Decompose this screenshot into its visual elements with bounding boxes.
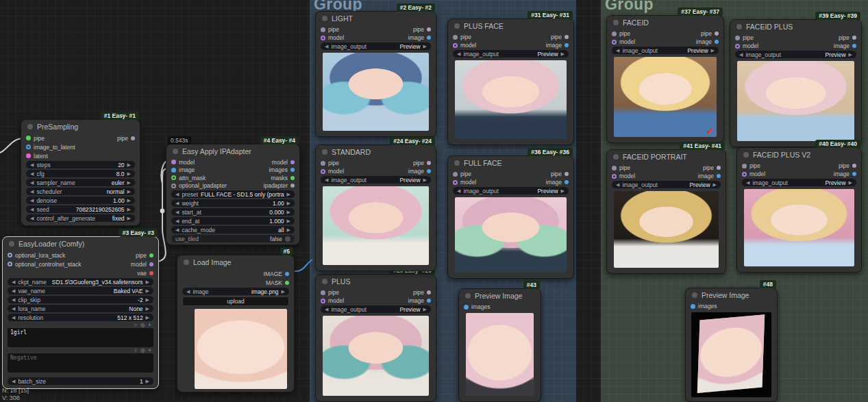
widget-cfg[interactable]: ◀cfg8.0▶	[26, 170, 135, 177]
pipe-output-port[interactable]	[715, 32, 719, 36]
widget-image-output[interactable]: ◀image_outputPreview▶	[321, 176, 431, 184]
collapse-dot[interactable]	[692, 292, 697, 298]
node-header[interactable]: Preview Image	[686, 288, 777, 302]
collapse-dot[interactable]	[184, 260, 189, 265]
increment-arrow[interactable]: ▶	[146, 314, 149, 321]
node-load-image[interactable]: #5 Load Image IMAGE MASK ◀imageimage.png…	[177, 255, 295, 392]
pipe-input-port[interactable]	[453, 172, 458, 177]
collapse-dot[interactable]	[736, 24, 742, 29]
node-easyloader[interactable]: #3 Easy- #3 EasyLoader (Comfy) optional_…	[2, 236, 159, 389]
model-input-port[interactable]	[321, 299, 325, 303]
node-header[interactable]: PreSampling	[21, 120, 140, 134]
decrement-arrow[interactable]: ◀	[12, 314, 15, 321]
widget-preset[interactable]: ◀presetFULL FACE - SD1.5 only (portraits…	[171, 190, 295, 198]
widget-image-output[interactable]: ◀image_outputPreview▶	[735, 51, 856, 58]
model-input-port[interactable]	[735, 44, 740, 49]
node-header[interactable]: FULL FACE	[448, 156, 573, 170]
decrement-arrow[interactable]: ◀	[30, 214, 34, 222]
node-header[interactable]: FACEID PORTRAIT	[607, 150, 726, 164]
decrement-arrow[interactable]: ◀	[739, 51, 743, 58]
widget-image-output[interactable]: ◀image_outputPreview▶	[742, 179, 856, 186]
increment-arrow[interactable]: ▶	[423, 42, 427, 50]
collapse-dot[interactable]	[322, 279, 327, 284]
images-input-port[interactable]	[464, 305, 469, 310]
widget-ckpt-name[interactable]: ◀ckpt_nameSD1.5\3Guofeng3_v34.safetensor…	[8, 278, 153, 286]
pipe-input-port[interactable]	[321, 27, 325, 32]
increment-arrow[interactable]: ▶	[127, 170, 131, 177]
increment-arrow[interactable]: ▶	[287, 199, 290, 207]
widget-vae-name[interactable]: ◀vae_nameBaked VAE▶	[8, 287, 153, 294]
increment-arrow[interactable]: ▶	[713, 181, 717, 188]
upload-button[interactable]: upload	[182, 297, 289, 306]
node-header[interactable]: FACEID PLUS V2	[737, 148, 861, 162]
circle-icon[interactable]: ○	[134, 347, 138, 353]
pipe-input-port[interactable]	[735, 36, 740, 40]
decrement-arrow[interactable]: ◀	[12, 305, 15, 312]
pipe-output-port[interactable]	[131, 136, 135, 140]
image-output-port[interactable]	[717, 174, 721, 178]
widget-image-output[interactable]: ◀image_outputPreview▶	[321, 305, 431, 313]
increment-arrow[interactable]: ▶	[127, 188, 131, 195]
decrement-arrow[interactable]: ◀	[30, 179, 34, 186]
increment-arrow[interactable]: ▶	[146, 305, 149, 312]
pipe-output-port[interactable]	[565, 172, 569, 176]
pipe-output-port[interactable]	[565, 35, 569, 39]
pipe-output-port[interactable]	[427, 27, 431, 32]
widget-image-output[interactable]: ◀image_outputPreview▶	[321, 42, 431, 50]
decrement-arrow[interactable]: ◀	[325, 176, 328, 184]
decrement-arrow[interactable]: ◀	[457, 187, 460, 194]
globe-icon[interactable]: ◎	[140, 347, 145, 353]
decrement-arrow[interactable]: ◀	[325, 42, 328, 50]
pipe-input-port[interactable]	[612, 32, 617, 36]
optional-ipadapter-input-port[interactable]	[171, 184, 176, 188]
increment-arrow[interactable]: ▶	[561, 187, 565, 194]
increment-arrow[interactable]: ▶	[711, 47, 715, 54]
increment-arrow[interactable]: ▶	[423, 305, 427, 313]
latent-input-port[interactable]	[26, 153, 31, 158]
widget-lora-name[interactable]: ◀lora_nameNone▶	[8, 305, 153, 312]
widget-scheduler[interactable]: ◀schedulernormal▶	[26, 188, 135, 195]
negative-prompt-input[interactable]: Negative	[8, 353, 153, 373]
node-preview-image-2[interactable]: #48Preview Imageimages	[685, 288, 778, 402]
increment-arrow[interactable]: ▶	[127, 205, 131, 213]
model-input-port[interactable]	[612, 174, 617, 179]
pipe-output-port[interactable]	[427, 161, 431, 165]
node-header[interactable]: PLUS FACE	[448, 19, 573, 33]
images-input-port[interactable]	[691, 304, 695, 309]
model-output-port[interactable]	[290, 160, 295, 164]
decrement-arrow[interactable]: ◀	[175, 208, 179, 216]
decrement-arrow[interactable]: ◀	[30, 161, 34, 168]
node-faceid-plus[interactable]: #39 Easy- #39FACEID PLUSpipepipemodelima…	[730, 19, 862, 147]
node-header[interactable]: PLUS	[316, 275, 436, 288]
collapse-dot[interactable]	[9, 241, 14, 247]
node-preview-image[interactable]: #43Preview Imageimages	[458, 288, 541, 402]
globe-icon[interactable]: ◎	[140, 322, 145, 328]
pipe-output-port[interactable]	[149, 253, 153, 257]
increment-arrow[interactable]: ▶	[287, 190, 290, 198]
increment-arrow[interactable]: ▶	[127, 179, 131, 186]
collapse-dot[interactable]	[743, 152, 749, 158]
audio-icon[interactable]: +	[149, 322, 151, 328]
increment-arrow[interactable]: ▶	[282, 288, 285, 295]
node-graph-canvas[interactable]: Group Group #1 Easy- #1 PreSampling pipe…	[0, 0, 868, 402]
widget-sampler-name[interactable]: ◀sampler_nameeuler▶	[26, 179, 135, 186]
widget-denoise[interactable]: ◀denoise1.00▶	[26, 197, 135, 204]
increment-arrow[interactable]: ▶	[127, 197, 131, 204]
image-output-port[interactable]	[427, 169, 431, 173]
image-output-port[interactable]	[565, 180, 569, 184]
masks-output-port[interactable]	[290, 176, 295, 180]
widget-end-at[interactable]: ◀end_at1.000▶	[171, 217, 295, 225]
decrement-arrow[interactable]: ◀	[175, 226, 179, 234]
node-header[interactable]: Easy Apply IPAdapter	[166, 145, 299, 158]
decrement-arrow[interactable]: ◀	[186, 288, 190, 295]
widget-image-output[interactable]: ◀image_outputPreview▶	[612, 181, 721, 188]
audio-icon[interactable]: +	[149, 347, 151, 353]
mask-output-port[interactable]	[285, 281, 289, 285]
increment-arrow[interactable]: ▶	[849, 51, 852, 58]
node-presampling[interactable]: #1 Easy- #1 PreSampling pipe pipe image_…	[21, 119, 140, 226]
widget-resolution[interactable]: ◀resolution512 x 512▶	[8, 314, 153, 321]
ipadapter-output-port[interactable]	[290, 184, 295, 188]
widget-seed[interactable]: ◀seed708232190252605▶	[26, 205, 135, 213]
node-full-face[interactable]: #36 Easy- #36FULL FACEpipepipemodelimage…	[447, 155, 574, 279]
model-input-port[interactable]	[321, 169, 325, 174]
